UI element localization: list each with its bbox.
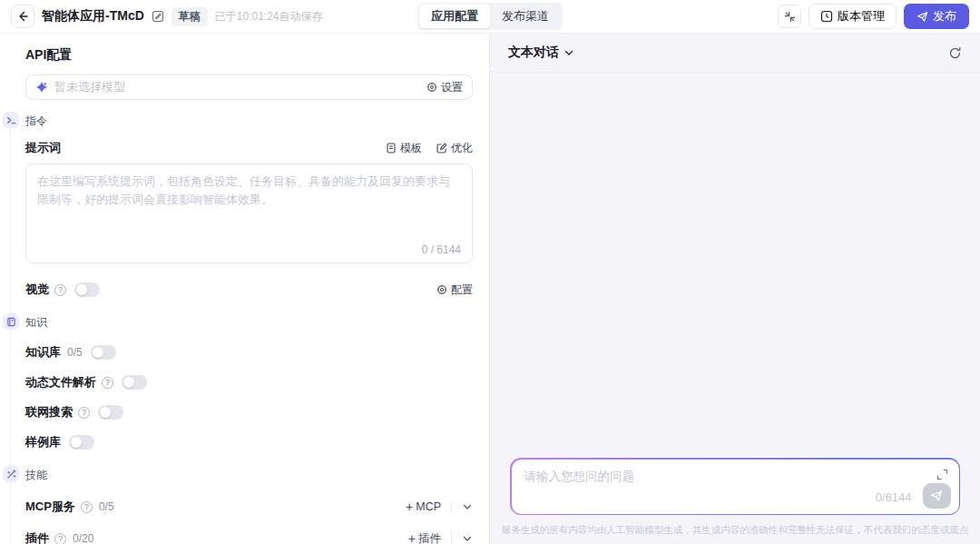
chat-input-box: 0/6144	[510, 458, 960, 515]
collapse-button[interactable]	[778, 5, 801, 28]
add-mcp-button[interactable]: + MCP	[406, 500, 441, 513]
template-doc-icon	[386, 143, 397, 153]
arrow-left-icon	[16, 10, 29, 23]
knowledge-base-row: 知识库 0/5	[25, 344, 473, 361]
chat-header: 文本对话	[490, 34, 980, 73]
chat-mode-selector[interactable]: 文本对话	[508, 45, 574, 61]
edit-title-icon[interactable]	[152, 10, 164, 23]
dynamic-file-parse-row: 动态文件解析 ?	[25, 374, 473, 391]
preview-chat-panel: 文本对话 0/6144 服	[490, 34, 980, 544]
prompt-editor: 0 / 6144	[25, 163, 473, 263]
help-icon[interactable]: ?	[54, 284, 66, 296]
prompt-header: 提示词 模板 优化	[25, 140, 473, 156]
knowledge-base-toggle[interactable]	[91, 345, 116, 360]
expand-icon	[936, 469, 948, 480]
gear-icon	[426, 82, 437, 93]
model-settings-button[interactable]: 设置	[426, 80, 463, 95]
prompt-char-counter: 0 / 6144	[422, 243, 461, 256]
plugin-row: 插件 ? 0/20 + 插件	[25, 530, 473, 544]
api-config-panel: API配置 暂未选择模型 设置 指令 提示词	[0, 34, 490, 544]
refresh-icon	[948, 46, 962, 60]
dynamic-file-parse-toggle[interactable]	[122, 375, 147, 390]
knowledge-base-count: 0/5	[67, 346, 83, 359]
model-spark-icon	[35, 81, 48, 94]
chevron-down-icon	[462, 533, 473, 544]
help-icon[interactable]: ?	[102, 377, 113, 389]
tab-publish-channels[interactable]: 发布渠道	[490, 5, 561, 28]
book-icon	[3, 313, 19, 330]
version-history-icon	[820, 10, 833, 23]
plugin-expand-button[interactable]	[462, 533, 473, 544]
back-button[interactable]	[11, 5, 34, 28]
skills-section-header: 技能	[25, 468, 473, 483]
help-icon[interactable]: ?	[54, 533, 66, 544]
refresh-chat-button[interactable]	[948, 46, 962, 60]
add-plugin-button[interactable]: + 插件	[408, 531, 441, 544]
chevron-down-icon	[462, 501, 473, 512]
example-library-row: 样例库	[25, 434, 473, 450]
divider	[451, 501, 452, 512]
vision-toggle[interactable]	[74, 282, 100, 297]
mcp-expand-button[interactable]	[462, 501, 473, 512]
chevron-down-icon	[564, 47, 574, 58]
vision-row: 视觉 ? 配置	[25, 282, 473, 298]
tab-app-config[interactable]: 应用配置	[419, 5, 490, 28]
paper-plane-icon	[930, 490, 943, 502]
instruction-section-header: 指令	[25, 114, 473, 129]
terminal-icon	[3, 112, 19, 128]
vision-label: 视觉	[25, 282, 49, 298]
view-switcher: 应用配置 发布渠道	[417, 3, 563, 30]
app-title: 智能体应用-TMcD	[42, 8, 144, 25]
mcp-service-row: MCP服务 ? 0/5 + MCP	[25, 499, 473, 515]
help-icon[interactable]: ?	[81, 501, 93, 513]
autosave-status: 已于10:01:24自动保存	[215, 9, 323, 25]
version-manage-button[interactable]: 版本管理	[808, 4, 897, 29]
model-placeholder: 暂未选择模型	[54, 79, 420, 95]
chat-message-area	[490, 73, 980, 458]
chat-char-counter: 0/6144	[876, 490, 912, 504]
magic-wand-icon	[3, 466, 19, 482]
send-message-button[interactable]	[923, 483, 951, 509]
divider	[451, 533, 452, 544]
collapse-icon	[784, 11, 796, 23]
prompt-textarea[interactable]	[37, 173, 461, 241]
ai-disclaimer: 服务生成的所有内容均由人工智能模型生成，其生成内容的准确性和完整性无法保证，不代…	[490, 524, 980, 537]
send-icon	[916, 11, 928, 23]
vision-config-button[interactable]: 配置	[436, 282, 473, 298]
help-icon[interactable]: ?	[78, 407, 90, 419]
panel-title: API配置	[25, 47, 473, 64]
plus-icon: +	[406, 500, 413, 513]
prompt-label: 提示词	[25, 140, 61, 156]
plus-icon: +	[408, 532, 416, 544]
prompt-template-button[interactable]: 模板	[386, 141, 422, 156]
knowledge-section-header: 知识	[25, 315, 473, 331]
publish-button[interactable]: 发布	[904, 4, 969, 29]
gear-icon	[436, 284, 447, 295]
example-library-toggle[interactable]	[69, 435, 94, 450]
web-search-row: 联网搜索 ?	[25, 404, 473, 420]
chat-input[interactable]	[524, 469, 916, 489]
web-search-toggle[interactable]	[98, 405, 123, 420]
prompt-optimize-button[interactable]: 优化	[436, 141, 473, 156]
top-bar: 智能体应用-TMcD 草稿 已于10:01:24自动保存 应用配置 发布渠道 版…	[0, 0, 980, 34]
optimize-pen-icon	[436, 143, 447, 153]
draft-status-badge: 草稿	[172, 7, 208, 26]
model-selector[interactable]: 暂未选择模型 设置	[25, 74, 473, 100]
expand-input-button[interactable]	[936, 469, 948, 480]
